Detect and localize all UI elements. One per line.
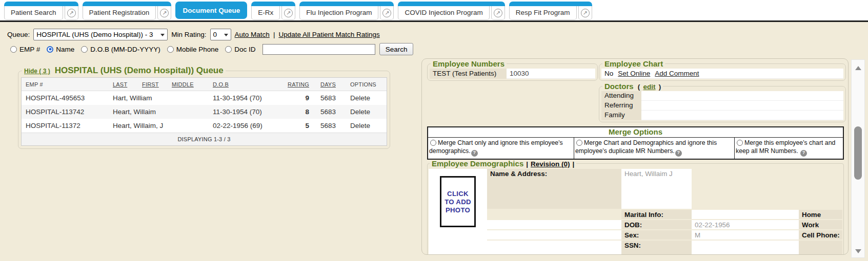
- radio-option-dob[interactable]: D.O.B (MM-DD-YYYY): [81, 46, 160, 53]
- radio-icon-checked[interactable]: [47, 46, 53, 53]
- queue-controls: Queue: HOSPITAL (UHS (Demo Hospital)) - …: [7, 29, 380, 40]
- scrollbar-thumb[interactable]: [854, 126, 862, 180]
- tab-patient-registration[interactable]: Patient Registration ↗: [83, 2, 172, 20]
- radio-icon[interactable]: [10, 46, 17, 53]
- doctor-row: Referring: [601, 101, 843, 111]
- radio-option-mobile-phone[interactable]: Mobile Phone: [167, 46, 219, 53]
- column-header-last[interactable]: LAST: [109, 78, 138, 91]
- column-header-rating[interactable]: RATING: [284, 78, 316, 91]
- tab-resp-fit-program[interactable]: Resp Fit Program ↗: [509, 2, 592, 20]
- popout-button[interactable]: ↗: [491, 6, 505, 20]
- delete-link[interactable]: Delete: [346, 91, 387, 105]
- popout-button[interactable]: ↗: [578, 6, 592, 20]
- tab-label[interactable]: COVID Injection Program: [398, 6, 489, 20]
- search-button[interactable]: Search: [379, 43, 414, 55]
- tab-label[interactable]: Resp Fit Program: [509, 6, 577, 20]
- update-ratings-link[interactable]: Update All Patient Match Ratings: [278, 31, 379, 38]
- vertical-scrollbar[interactable]: [851, 59, 865, 258]
- days-cell: 5683: [316, 119, 346, 133]
- doctor-value-field[interactable]: [641, 91, 843, 101]
- min-rating-value: 0: [213, 31, 217, 38]
- radio-icon[interactable]: [81, 46, 88, 53]
- revision-link[interactable]: Revision (0): [531, 160, 570, 168]
- table-pagination-status: DISPLAYING 1-3 / 3: [22, 133, 387, 145]
- home-phone-value[interactable]: [487, 220, 621, 229]
- tab-covid-injection-program[interactable]: COVID Injection Program ↗: [398, 2, 504, 20]
- tab-bar: Patient Search ↗ Patient Registration ↗ …: [0, 0, 868, 22]
- separator: |: [573, 160, 575, 168]
- doctor-value-field[interactable]: [641, 111, 843, 120]
- popout-button[interactable]: ↗: [281, 6, 295, 20]
- radio-option-emp-number[interactable]: EMP #: [10, 46, 40, 53]
- popout-button[interactable]: ↗: [65, 6, 78, 20]
- marital-label: Marital Info:: [621, 210, 692, 219]
- set-online-link[interactable]: Set Online: [618, 70, 650, 77]
- scroll-up-button[interactable]: [852, 60, 864, 71]
- tab-accent-bar: [299, 2, 394, 6]
- help-icon[interactable]: ?: [800, 150, 807, 157]
- radio-option-doc-id[interactable]: Doc ID: [225, 46, 255, 53]
- photo-column: CLICK TO ADD PHOTO: [429, 169, 487, 255]
- tab-label[interactable]: E-Rx: [251, 6, 280, 20]
- dob-label: DOB:: [621, 220, 692, 229]
- radio-icon[interactable]: [576, 140, 582, 146]
- sex-value[interactable]: M: [692, 230, 799, 240]
- popout-button[interactable]: ↗: [157, 6, 171, 20]
- work-phone-value[interactable]: [487, 230, 621, 240]
- name-address-label: Name & Address:: [487, 169, 621, 209]
- dob-value[interactable]: 02-22-1956: [692, 220, 799, 229]
- ssn-value[interactable]: [692, 241, 799, 255]
- popout-button[interactable]: ↗: [380, 6, 394, 20]
- help-icon[interactable]: ?: [471, 150, 478, 157]
- tab-label[interactable]: Flu Injection Program: [299, 6, 378, 20]
- doctor-value-field[interactable]: [641, 101, 843, 111]
- tab-patient-search[interactable]: Patient Search ↗: [4, 2, 78, 20]
- separator: |: [526, 160, 528, 168]
- add-comment-link[interactable]: Add Comment: [655, 70, 699, 77]
- doctor-role-label: Referring: [601, 101, 641, 111]
- hide-queue-link[interactable]: Hide ( 3 ): [24, 68, 50, 75]
- delete-link[interactable]: Delete: [346, 105, 387, 119]
- marital-value[interactable]: [692, 210, 799, 219]
- radio-icon[interactable]: [225, 46, 232, 53]
- name-cell: Heart, Willaim, J: [109, 119, 209, 133]
- search-input[interactable]: [263, 44, 375, 55]
- min-rating-select[interactable]: 0: [210, 29, 231, 40]
- queue-select[interactable]: HOSPITAL (UHS (Demo Hospital)) - 3: [33, 29, 168, 40]
- radio-icon[interactable]: [737, 140, 743, 146]
- doctors-edit-link[interactable]: edit: [643, 83, 656, 91]
- demographics-section: Employee Demographics | Revision (0) | N…: [427, 159, 844, 255]
- merge-option-chart-and-demographics[interactable]: Merge Chart and Demographics and ignore …: [574, 138, 734, 159]
- column-header-dob[interactable]: D.O.B: [209, 78, 284, 91]
- doctor-row: Family: [601, 111, 843, 120]
- column-header-first[interactable]: FIRST: [138, 78, 168, 91]
- column-header-middle[interactable]: MIDDLE: [168, 78, 209, 91]
- delete-link[interactable]: Delete: [346, 119, 387, 133]
- radio-icon[interactable]: [430, 140, 436, 146]
- queue-select-value: HOSPITAL (UHS (Demo Hospital)) - 3: [36, 31, 153, 38]
- tab-e-rx[interactable]: E-Rx ↗: [251, 2, 295, 20]
- merge-option-keep-all-mr[interactable]: Merge this employee's chart and keep all…: [734, 138, 843, 159]
- column-header-days[interactable]: DAYS: [316, 78, 346, 91]
- tab-flu-injection-program[interactable]: Flu Injection Program ↗: [299, 2, 394, 20]
- popout-icon: ↗: [382, 9, 391, 17]
- employee-chart-title: Employee Chart: [602, 59, 665, 68]
- employee-numbers-title: Employee Numbers: [431, 59, 507, 68]
- paren: (: [638, 83, 640, 91]
- tab-label[interactable]: Patient Search: [4, 6, 63, 20]
- radio-option-name[interactable]: Name: [47, 46, 74, 53]
- add-photo-button[interactable]: CLICK TO ADD PHOTO: [440, 176, 476, 227]
- ssn-label: SSN:: [621, 241, 692, 255]
- dob-cell: 11-30-1954 (70): [209, 91, 284, 105]
- help-icon[interactable]: ?: [675, 150, 682, 157]
- scrollbar-track[interactable]: [852, 71, 864, 246]
- cell-phone-value[interactable]: [487, 241, 621, 255]
- radio-icon[interactable]: [167, 46, 174, 53]
- scroll-down-button[interactable]: [852, 246, 864, 257]
- auto-match-link[interactable]: Auto Match: [235, 31, 270, 38]
- tab-document-queue[interactable]: Document Queue: [175, 2, 247, 19]
- tab-label[interactable]: Patient Registration: [83, 6, 156, 20]
- name-address-value[interactable]: Heart, Willaim J: [621, 169, 692, 209]
- chevron-down-icon: [160, 34, 165, 38]
- merge-option-chart-only[interactable]: Merge Chart only and ignore this employe…: [428, 138, 574, 159]
